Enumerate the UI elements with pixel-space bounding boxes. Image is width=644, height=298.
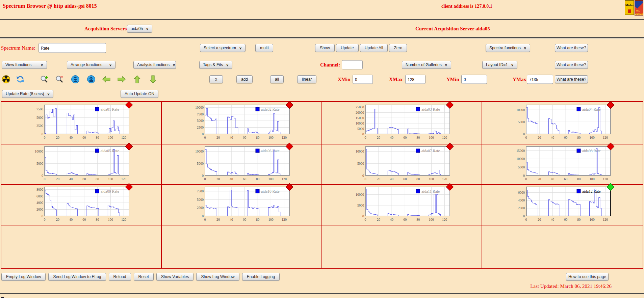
- svg-text:0: 0: [525, 177, 527, 181]
- spectrum-plot-aida07[interactable]: aida07 Rate0204060801001200500010000: [351, 144, 453, 184]
- ymin-input[interactable]: [461, 75, 487, 84]
- chevron-down-icon: ∨: [47, 92, 50, 96]
- add-button[interactable]: add: [236, 75, 253, 83]
- gallery-cell-aida07[interactable]: aida07 Rate0204060801001200500010000: [322, 144, 483, 185]
- arrow-down-icon[interactable]: [149, 75, 157, 84]
- svg-text:80: 80: [577, 136, 581, 139]
- select-spectrum-select[interactable]: Select a spectrum ∨: [200, 44, 246, 52]
- reset-button[interactable]: Reset: [134, 273, 154, 281]
- tags-fits-select[interactable]: Tags & Fits ∨: [199, 61, 232, 69]
- spectrum-plot-aida12[interactable]: aida12 Rate0204060801001200200040006000: [512, 185, 613, 225]
- gallery-cell-aida08[interactable]: aida08 Rate02040608010012005000100001500…: [482, 144, 643, 185]
- svg-text:10000: 10000: [195, 106, 204, 109]
- svg-text:60: 60: [564, 177, 567, 181]
- spectrum-plot-aida11[interactable]: aida11 Rate0204060801001200500010000: [351, 185, 453, 225]
- expand-vertical-icon[interactable]: [87, 75, 96, 84]
- spectrum-plot-aida05[interactable]: aida05 Rate0204060801001200500010000: [30, 144, 132, 184]
- enable-logging-button[interactable]: Enable Logging: [242, 273, 280, 281]
- gallery-cell-aida10[interactable]: aida10 Rate0204060801001200250050007500: [162, 185, 322, 225]
- gallery-cell-aida05[interactable]: aida05 Rate0204060801001200500010000: [1, 144, 162, 185]
- svg-text:60: 60: [403, 218, 407, 221]
- layout-id-select[interactable]: Layout ID=1 ∨: [482, 61, 517, 69]
- multi-button[interactable]: multi: [255, 44, 273, 52]
- svg-text:2000: 2000: [518, 206, 525, 210]
- update-rate-row: Update Rate (8 secs) ∨ Auto Update ON: [0, 88, 644, 99]
- gallery-cell-aida03[interactable]: aida03 Rate02040608010012005000100001500…: [322, 102, 483, 144]
- empty-log-window-button[interactable]: Empty Log Window: [1, 273, 46, 281]
- svg-text:100: 100: [429, 218, 434, 221]
- svg-text:0: 0: [42, 174, 43, 178]
- svg-text:40: 40: [390, 177, 393, 181]
- svg-text:60: 60: [403, 177, 407, 181]
- all-button[interactable]: all: [270, 75, 284, 83]
- chevron-down-icon: ∨: [41, 63, 43, 67]
- number-of-galleries-select[interactable]: Number of Galleries ∨: [402, 61, 451, 69]
- svg-text:20: 20: [56, 177, 59, 181]
- svg-text:40: 40: [551, 218, 554, 221]
- what-are-these-button[interactable]: What are these?: [555, 75, 588, 83]
- svg-text:100: 100: [589, 177, 594, 181]
- spectrum-plot-aida10[interactable]: aida10 Rate0204060801001200250050007500: [191, 185, 292, 225]
- xmin-input[interactable]: [353, 75, 373, 84]
- compress-vertical-icon[interactable]: [71, 75, 80, 84]
- spectrum-name-input[interactable]: [38, 43, 106, 53]
- svg-text:100: 100: [108, 177, 113, 181]
- svg-text:0: 0: [525, 218, 527, 221]
- spectra-functions-select[interactable]: Spectra functions ∨: [486, 44, 530, 52]
- update-button[interactable]: Update: [336, 44, 359, 52]
- what-are-these-button[interactable]: What are these?: [555, 44, 588, 52]
- auto-update-button[interactable]: Auto Update ON: [121, 90, 158, 98]
- gallery-cell-aida09[interactable]: aida09 Rate02040608010012002000400060008…: [1, 185, 162, 225]
- zero-button[interactable]: Zero: [389, 44, 407, 52]
- show-variables-button[interactable]: Show Variables: [156, 273, 194, 281]
- spectrum-plot-aida04[interactable]: aida04 Rate0204060801001200500010000: [512, 103, 613, 143]
- svg-text:0: 0: [364, 136, 366, 139]
- xmax-input[interactable]: [405, 75, 426, 84]
- acquisition-server-select[interactable]: aida05 ∨: [127, 25, 152, 33]
- ymax-input[interactable]: [527, 75, 553, 84]
- gallery-cell-aida01[interactable]: aida01 Rate0204060801001200250050007500: [1, 102, 162, 144]
- send-log-to-elog-button[interactable]: Send Log Window to ELog: [48, 273, 106, 281]
- zoom-out-icon[interactable]: [55, 75, 64, 84]
- svg-text:7500: 7500: [197, 189, 204, 193]
- svg-text:0: 0: [44, 136, 46, 139]
- analysis-functions-select[interactable]: Analysis functions ∨: [133, 61, 176, 69]
- linear-button[interactable]: linear: [297, 75, 316, 83]
- x-axis-button[interactable]: x: [209, 75, 223, 83]
- how-to-use-button[interactable]: How to use this page: [566, 273, 609, 281]
- update-rate-select[interactable]: Update Rate (8 secs) ∨: [2, 90, 53, 98]
- svg-text:80: 80: [96, 136, 99, 139]
- arrow-left-icon[interactable]: [102, 75, 111, 84]
- refresh-icon[interactable]: [16, 75, 25, 84]
- gallery-cell-aida04[interactable]: aida04 Rate0204060801001200500010000: [482, 102, 643, 144]
- radiation-icon[interactable]: [2, 75, 10, 84]
- svg-text:60: 60: [83, 218, 86, 221]
- what-are-these-button[interactable]: What are these?: [555, 61, 588, 69]
- svg-text:60: 60: [243, 218, 246, 221]
- reload-button[interactable]: Reload: [109, 273, 131, 281]
- spectrum-plot-aida01[interactable]: aida01 Rate0204060801001200250050007500: [30, 103, 132, 143]
- arrow-up-icon[interactable]: [133, 75, 141, 84]
- svg-text:100: 100: [589, 218, 594, 221]
- channel-input[interactable]: [342, 60, 363, 70]
- show-log-window-button[interactable]: Show Log Window: [196, 273, 239, 281]
- arrow-right-icon[interactable]: [117, 75, 126, 84]
- gallery-cell-aida12[interactable]: aida12 Rate0204060801001200200040006000: [482, 185, 643, 225]
- spectrum-plot-aida03[interactable]: aida03 Rate02040608010012005000100001500…: [351, 103, 453, 143]
- update-all-button[interactable]: Update All: [360, 44, 388, 52]
- view-functions-select[interactable]: View functions ∨: [2, 61, 47, 69]
- spectrum-plot-aida09[interactable]: aida09 Rate02040608010012002000400060008…: [30, 185, 132, 225]
- spectrum-name-row: Spectrum Name: Select a spectrum ∨ multi…: [0, 41, 644, 55]
- arrange-functions-select[interactable]: Arrange functions ∨: [67, 61, 115, 69]
- svg-text:60: 60: [83, 177, 86, 181]
- show-button[interactable]: Show: [315, 44, 335, 52]
- zoom-in-icon[interactable]: [40, 75, 49, 84]
- spectrum-action-buttons: Show Update Update All Zero: [315, 44, 407, 52]
- xmin-label: XMin: [338, 77, 351, 82]
- gallery-cell-aida11[interactable]: aida11 Rate0204060801001200500010000: [322, 185, 483, 225]
- gallery-cell-aida06[interactable]: aida06 Rate0204060801001200500010000: [162, 144, 322, 185]
- spectrum-plot-aida06[interactable]: aida06 Rate0204060801001200500010000: [191, 144, 292, 184]
- spectrum-plot-aida02[interactable]: aida02 Rate02040608010012002500500075001…: [191, 103, 292, 143]
- spectrum-plot-aida08[interactable]: aida08 Rate02040608010012005000100001500…: [512, 144, 613, 184]
- gallery-cell-aida02[interactable]: aida02 Rate02040608010012002500500075001…: [162, 102, 322, 144]
